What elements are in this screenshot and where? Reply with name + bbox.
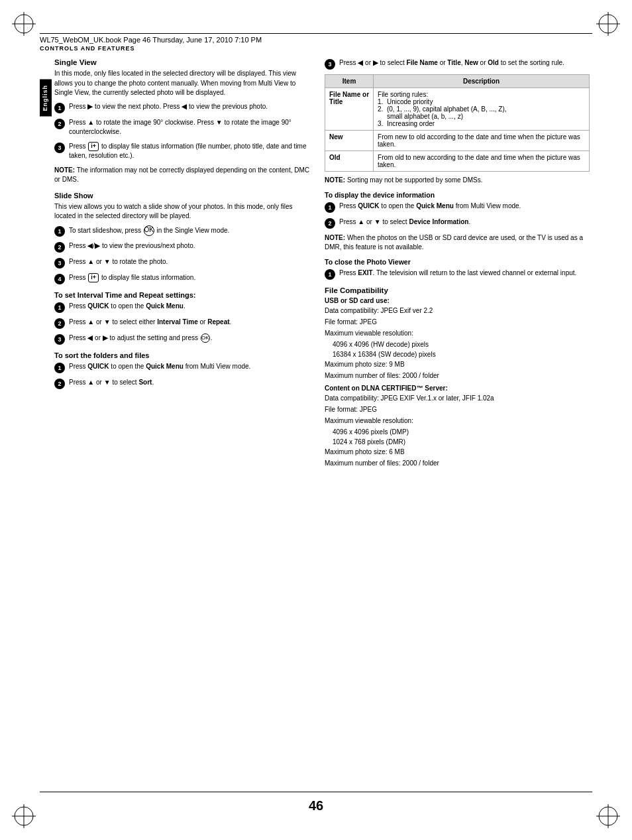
interval-step-circle-1: 1 — [54, 302, 65, 313]
table-cell-filename-desc: File sorting rules: 1. Unicode priority … — [374, 88, 590, 131]
table-header-item: Item — [325, 75, 374, 88]
close-step-1-text: Press EXIT. The television will return t… — [339, 269, 590, 278]
sort-folders-heading: To sort the folders and files — [54, 351, 313, 359]
usb-line-2: File format: JPEG — [325, 317, 590, 327]
interval-time-heading: To set Interval Time and Repeat settings… — [54, 291, 313, 299]
display-step-circle-1: 1 — [325, 202, 335, 213]
section-header: CONTROLS AND FEATURES — [40, 45, 135, 52]
ok-icon: OK — [144, 225, 154, 236]
lang-tab: English — [40, 80, 52, 117]
interval-step-1: 1 Press QUICK to open the Quick Menu. — [54, 302, 313, 313]
usb-title: USB or SD card use: — [325, 297, 590, 304]
single-view-step-3: 3 Press i+ to display file status inform… — [54, 142, 313, 161]
dlna-line-1: Data compatibility: JPEG EXIF Ver.1.x or… — [325, 393, 590, 403]
ok-icon-2: OK — [201, 333, 210, 343]
slide-step-circle-2: 2 — [54, 242, 65, 253]
interval-step-1-text: Press QUICK to open the Quick Menu. — [69, 302, 313, 312]
usb-line-1: Data compatibility: JPEG Exif ver 2.2 — [325, 306, 590, 316]
sort-step-2: 2 Press ▲ or ▼ to select Sort. — [54, 378, 313, 389]
interval-step-3-text: Press ◀ or ▶ to adjust the setting and p… — [69, 333, 313, 343]
usb-line-3: Maximum viewable resolution: — [325, 328, 590, 338]
dlna-line-7: Maximum number of files: 2000 / folder — [325, 458, 590, 468]
slide-show-intro: This view allows you to watch a slide sh… — [54, 202, 313, 221]
close-step-1: 1 Press EXIT. The television will return… — [325, 269, 590, 280]
right-column: 3 Press ◀ or ▶ to select File Name or Ti… — [325, 58, 590, 469]
file-compat-title: File Compatibility — [325, 286, 590, 294]
slide-step-circle-3: 3 — [54, 258, 65, 269]
info-icon-2: i+ — [88, 273, 99, 282]
header-bar: WL75_WebOM_UK.book Page 46 Thursday, Jun… — [40, 33, 592, 44]
single-view-title: Single View — [54, 58, 313, 66]
corner-mark-bl — [12, 804, 36, 828]
interval-step-2: 2 Press ▲ or ▼ to select either Interval… — [54, 318, 313, 329]
step-circle-1: 1 — [54, 103, 65, 113]
sort-step-circle-1: 1 — [54, 363, 65, 373]
sort-step-1-text: Press QUICK to open the Quick Menu from … — [69, 362, 313, 372]
info-icon: i+ — [88, 142, 99, 151]
corner-mark-tl — [12, 12, 36, 36]
right-sort-step-3-text: Press ◀ or ▶ to select File Name or Titl… — [339, 58, 590, 68]
slide-step-circle-4: 4 — [54, 274, 65, 284]
table-cell-new-desc: From new to old according to the date an… — [374, 131, 590, 151]
table-row: Old From old to new according to the dat… — [325, 151, 590, 172]
display-step-1: 1 Press QUICK to open the Quick Menu fro… — [325, 202, 590, 213]
dlna-line-4: 4096 x 4096 pixels (DMP) — [333, 427, 590, 437]
display-step-2-text: Press ▲ or ▼ to select Device Informatio… — [339, 217, 590, 227]
slide-step-2: 2 Press ◀/▶ to view the previous/next ph… — [54, 241, 313, 253]
right-sort-step-3: 3 Press ◀ or ▶ to select File Name or Ti… — [325, 58, 590, 70]
step-circle-2: 2 — [54, 119, 65, 129]
interval-step-2-text: Press ▲ or ▼ to select either Interval T… — [69, 318, 313, 328]
display-step-2: 2 Press ▲ or ▼ to select Device Informat… — [325, 217, 590, 229]
usb-line-5: 16384 x 16384 (SW decode) pixels — [333, 349, 590, 359]
table-cell-filename-title: File Name orTitle — [325, 88, 374, 131]
interval-step-circle-3: 3 — [54, 334, 65, 345]
dlna-line-6: Maximum photo size: 6 MB — [325, 447, 590, 457]
interval-step-3: 3 Press ◀ or ▶ to adjust the setting and… — [54, 333, 313, 345]
header-filename: WL75_WebOM_UK.book Page 46 Thursday, Jun… — [40, 36, 262, 44]
bottom-rule — [40, 792, 592, 792]
single-view-step-3-text: Press i+ to display file status informat… — [69, 142, 313, 161]
slide-step-2-text: Press ◀/▶ to view the previous/next phot… — [69, 241, 313, 251]
display-step-1-text: Press QUICK to open the Quick Menu from … — [339, 202, 590, 211]
step-circle-3: 3 — [54, 143, 65, 153]
slide-step-circle-1: 1 — [54, 226, 65, 237]
corner-mark-br — [596, 804, 620, 828]
dlna-line-5: 1024 x 768 pixels (DMR) — [333, 437, 590, 447]
table-row: New From new to old according to the dat… — [325, 131, 590, 151]
page-container: WL75_WebOM_UK.book Page 46 Thursday, Jun… — [0, 0, 632, 840]
slide-step-4-text: Press i+ to display file status informat… — [69, 273, 313, 283]
single-view-step-1: 1 Press ▶ to view the next photo. Press … — [54, 102, 313, 113]
slide-show-title: Slide Show — [54, 192, 313, 200]
close-viewer-heading: To close the Photo Viewer — [325, 258, 590, 266]
display-device-heading: To display the device information — [325, 191, 590, 199]
usb-line-7: Maximum number of files: 2000 / folder — [325, 371, 590, 381]
sort-step-2-text: Press ▲ or ▼ to select Sort. — [69, 378, 313, 388]
table-cell-new: New — [325, 131, 374, 151]
slide-step-3: 3 Press ▲ or ▼ to rotate the photo. — [54, 257, 313, 269]
right-sort-step-circle-3: 3 — [325, 59, 335, 70]
single-view-step-2: 2 Press ▲ to rotate the image 90° clockw… — [54, 118, 313, 137]
corner-mark-tr — [596, 12, 620, 36]
single-view-step-2-text: Press ▲ to rotate the image 90° clockwis… — [69, 118, 313, 137]
page-number: 46 — [309, 798, 323, 813]
sort-step-circle-2: 2 — [54, 379, 65, 389]
table-header-description: Description — [374, 75, 590, 88]
dlna-line-3: Maximum viewable resolution: — [325, 416, 590, 426]
display-device-note: NOTE: When the photos on the USB or SD c… — [325, 233, 590, 253]
interval-step-circle-2: 2 — [54, 318, 65, 329]
file-compat-section: File Compatibility USB or SD card use: D… — [325, 286, 590, 468]
sort-step-1: 1 Press QUICK to open the Quick Menu fro… — [54, 362, 313, 373]
single-view-intro: In this mode, only files located in the … — [54, 69, 313, 98]
usb-line-6: Maximum photo size: 9 MB — [325, 359, 590, 369]
sort-table: Item Description File Name orTitle File … — [325, 74, 590, 172]
usb-line-4: 4096 x 4096 (HW decode) pixels — [333, 339, 590, 349]
display-step-circle-2: 2 — [325, 218, 335, 229]
dlna-line-2: File format: JPEG — [325, 404, 590, 414]
table-row: File Name orTitle File sorting rules: 1.… — [325, 88, 590, 131]
slide-step-4: 4 Press i+ to display file status inform… — [54, 273, 313, 284]
table-cell-old: Old — [325, 151, 374, 172]
dlna-title: Content on DLNA CERTIFIED™ Server: — [325, 385, 590, 392]
single-view-note: NOTE: The information may not be correct… — [54, 166, 313, 185]
slide-step-1: 1 To start slideshow, press OK in the Si… — [54, 225, 313, 237]
close-step-circle-1: 1 — [325, 269, 335, 280]
